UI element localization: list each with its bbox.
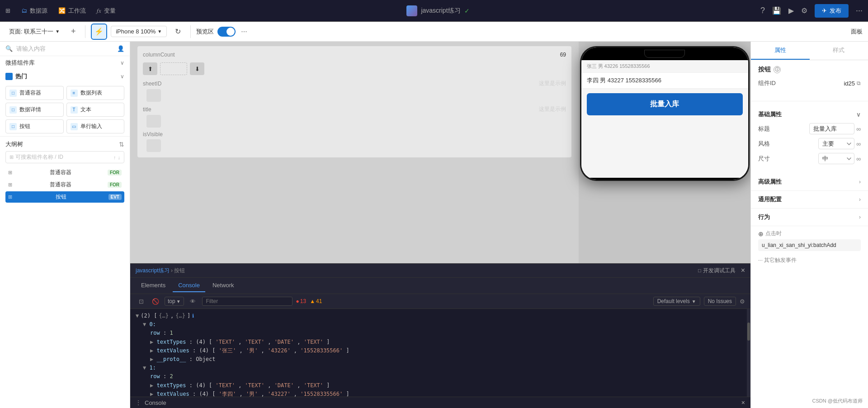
eye-icon[interactable]: 👁 <box>188 296 198 307</box>
general-section-header[interactable]: 通用配置 › <box>751 191 868 209</box>
scrollbar-track[interactable] <box>747 309 750 397</box>
array-info-icon[interactable]: ℹ <box>192 312 194 320</box>
sheet-placeholder: 这里是示例 <box>539 80 566 87</box>
add-page-btn[interactable]: + <box>67 25 80 38</box>
item0-tt-expand[interactable]: ▶ <box>150 339 153 345</box>
batch-btn[interactable]: 批量入库 <box>587 93 743 115</box>
user-icon[interactable]: 👤 <box>117 45 124 52</box>
grid-icon[interactable]: ⊞ <box>5 7 10 14</box>
style-select[interactable]: 主要 次要 警告 <box>818 138 854 149</box>
publish-button[interactable]: ✈ 发布 <box>815 4 849 18</box>
outline-arrow-up[interactable]: ↑ <box>113 155 116 160</box>
cursor-tool-icon[interactable]: ⊡ <box>136 296 146 307</box>
devtools-close-btn[interactable]: × <box>741 266 745 275</box>
title-input[interactable] <box>809 123 854 134</box>
outline-item-container1[interactable]: ⊞ 普通容器 FOR <box>5 167 124 178</box>
hot-section[interactable]: 热门 ∨ <box>0 70 130 83</box>
panel-label: 面板 <box>851 28 863 36</box>
size-link-icon[interactable]: ∞ <box>856 155 861 162</box>
component-info-section: 按钮 ⓘ 组件ID id25 ⧉ <box>751 60 868 97</box>
filter-input[interactable] <box>202 297 292 306</box>
open-devtools-btn[interactable]: □ 开发调试工具 <box>698 267 736 275</box>
outline-arrow-down[interactable]: ↓ <box>118 155 121 160</box>
advanced-section-header[interactable]: 高级属性 › <box>751 173 868 191</box>
weichat-section[interactable]: 微搭组件库 ∨ <box>0 56 130 70</box>
other-events-label[interactable]: ··· 其它触发事件 <box>751 255 868 266</box>
upload-icon2[interactable]: ⬇ <box>190 62 204 75</box>
refresh-btn[interactable]: ↻ <box>170 24 185 39</box>
outline-item-expand2[interactable]: ⊞ <box>8 182 12 188</box>
preview-label: 预览区 <box>196 28 214 36</box>
basic-section-expand[interactable]: ∨ <box>856 111 861 118</box>
outline-search[interactable]: ⊞ 可搜索组件名称 / ID ↑ ↓ <box>5 151 124 163</box>
breadcrumb-project[interactable]: javascript练习 <box>136 267 170 274</box>
item0-expand-icon[interactable]: ▼ <box>143 321 146 327</box>
no-issues-btn[interactable]: No Issues <box>704 297 736 306</box>
item0-proto-expand[interactable]: ▶ <box>150 356 153 362</box>
outline-collapse-btn[interactable]: ⇅ <box>119 141 124 148</box>
preview-toggle[interactable] <box>217 27 236 37</box>
click-handler-value[interactable]: u_lian_xi_san_shi_yi:batchAdd <box>758 239 861 251</box>
tab-network[interactable]: Network <box>207 279 240 292</box>
console-bottom-bar: ⋮ Console × <box>130 397 750 408</box>
upload-icon1[interactable]: ⬆ <box>143 62 157 75</box>
style-link-icon[interactable]: ∞ <box>856 140 861 147</box>
title-row: title 这里是示例 <box>143 105 566 128</box>
component-item-datadetail[interactable]: □ 数据详情 <box>5 103 64 117</box>
second-bar-more-btn[interactable]: ··· <box>239 26 249 38</box>
second-bar: 页面: 联系三十一 ▼ + ⚡ iPhone 8 100% ▼ ↻ 预览区 ··… <box>0 22 868 42</box>
component-item-datalist[interactable]: ≡ 数据列表 <box>66 86 125 100</box>
style-field-row: 风格 主要 次要 警告 ∞ <box>758 138 861 149</box>
button-icon: □ <box>9 123 17 130</box>
share-btn[interactable]: ⚙ <box>801 6 807 15</box>
weichat-label: 微搭组件库 <box>5 59 35 67</box>
preview-mode-btn[interactable]: ⚡ <box>91 24 107 40</box>
top-bar: ⊞ 🗂 数据源 🔀 工作流 𝑓𝑥 变量 javascript练习 ✓ ? 💾 ▶… <box>0 0 868 22</box>
save-btn[interactable]: 💾 <box>772 6 781 15</box>
is-visible-icon <box>146 139 161 152</box>
component-item-button[interactable]: □ 按钮 <box>5 119 64 133</box>
page-selector[interactable]: 页面: 联系三十一 ▼ <box>5 26 63 38</box>
tab-console[interactable]: Console <box>173 279 205 292</box>
tab-style[interactable]: 样式 <box>810 42 868 60</box>
context-selector[interactable]: top ▼ <box>165 297 184 306</box>
default-levels-selector[interactable]: Default levels ▼ <box>653 297 700 306</box>
item1-tv-expand[interactable]: ▶ <box>150 391 153 397</box>
drop-zone1[interactable] <box>160 62 187 75</box>
context-chevron-icon: ▼ <box>176 299 181 304</box>
outline-item-container2[interactable]: ⊞ 普通容器 FOR <box>5 179 124 190</box>
size-select[interactable]: 中 小 大 <box>818 153 854 164</box>
help-btn[interactable]: ? <box>760 6 765 15</box>
tab-elements[interactable]: Elements <box>136 279 171 292</box>
behavior-section-header[interactable]: 行为 › <box>751 209 868 226</box>
variable-btn[interactable]: 𝑓𝑥 变量 <box>97 7 116 15</box>
workflow-btn[interactable]: 🔀 工作流 <box>58 7 86 15</box>
title-field-value: ∞ <box>809 123 861 134</box>
page-name: 页面: 联系三十一 <box>9 28 53 36</box>
more-menu-btn[interactable]: ··· <box>856 6 863 15</box>
outline-item-button[interactable]: ⊞ 按钮 EVT <box>5 191 124 203</box>
console-close-btn[interactable]: × <box>741 399 745 406</box>
component-item-text[interactable]: T 文本 <box>66 103 125 117</box>
clear-console-icon[interactable]: 🚫 <box>150 296 161 307</box>
title-link-icon[interactable]: ∞ <box>856 125 861 133</box>
copy-id-icon[interactable]: ⧉ <box>857 80 861 86</box>
array-expand-icon[interactable]: ▼ <box>136 312 139 320</box>
component-item-container[interactable]: □ 普通容器 <box>5 86 64 100</box>
datasource-btn[interactable]: 🗂 数据源 <box>21 7 47 15</box>
advanced-chevron-icon: › <box>859 179 861 185</box>
run-btn[interactable]: ▶ <box>788 6 794 15</box>
outline-item-expand1[interactable]: ⊞ <box>8 170 12 176</box>
tab-attr[interactable]: 属性 <box>751 42 810 60</box>
console-settings-icon[interactable]: ⚙ <box>740 298 745 305</box>
device-selector[interactable]: iPhone 8 100% ▼ <box>111 26 167 37</box>
outline-item-expand3[interactable]: ⊞ <box>8 194 12 200</box>
scrollbar-thumb[interactable] <box>747 323 750 341</box>
title-placeholder: 这里是示例 <box>539 105 566 113</box>
item0-tv-expand[interactable]: ▶ <box>150 347 153 354</box>
item1-tt-expand[interactable]: ▶ <box>150 382 153 389</box>
component-item-input[interactable]: ▭ 单行输入 <box>66 119 125 133</box>
search-input[interactable] <box>16 45 113 52</box>
item1-expand-icon[interactable]: ▼ <box>143 365 146 371</box>
component-info-icon[interactable]: ⓘ <box>774 66 781 73</box>
